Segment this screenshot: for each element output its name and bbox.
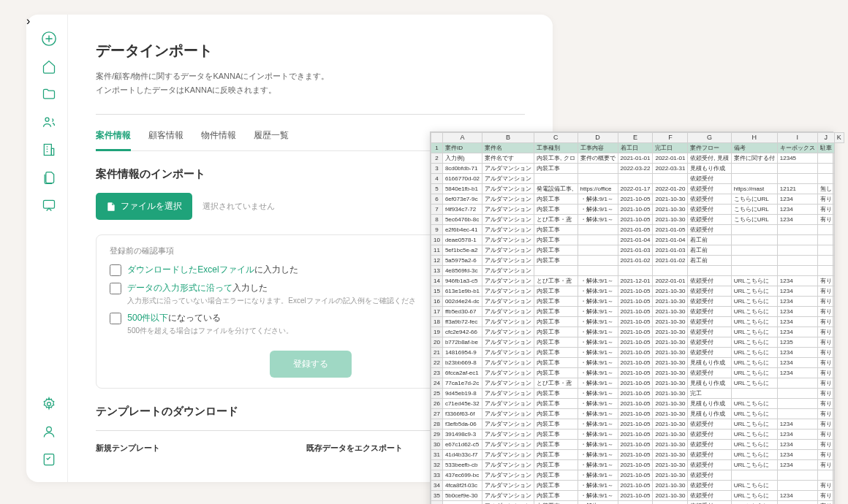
excel-cell[interactable]: 5b0cef9e-30: [442, 491, 482, 501]
tab-properties[interactable]: 物件情報: [201, 125, 236, 150]
excel-cell[interactable]: URLこちらに: [731, 429, 777, 440]
excel-cell[interactable]: deae0578-1: [442, 235, 482, 245]
excel-cell[interactable]: 2022-01-01: [653, 153, 688, 164]
excel-cell[interactable]: 4fca8f2f-03c: [442, 481, 482, 491]
excel-cell[interactable]: 2021-01-05: [653, 225, 688, 235]
excel-cell[interactable]: [731, 470, 777, 481]
excel-cell[interactable]: 5ec6476b-8c: [442, 215, 482, 225]
excel-cell[interactable]: 1234: [777, 297, 817, 307]
excel-cell[interactable]: 2021-10-30: [653, 327, 688, 337]
excel-cell[interactable]: 内装工事: [534, 337, 578, 348]
excel-cell[interactable]: 1234: [777, 440, 817, 450]
excel-cell[interactable]: [777, 235, 817, 245]
excel-cell[interactable]: 2021-01-04: [653, 235, 688, 245]
excel-cell[interactable]: [777, 378, 817, 389]
excel-cell[interactable]: 依頼受付: [688, 307, 731, 317]
excel-cell[interactable]: 41d4b33c-f7: [442, 450, 482, 460]
excel-cell[interactable]: 依頼受付: [688, 429, 731, 440]
excel-cell[interactable]: URLこちらに: [731, 419, 777, 429]
excel-cell[interactable]: 内装工事: [534, 429, 578, 440]
excel-row-18[interactable]: 18: [431, 317, 443, 327]
excel-cell[interactable]: 内装工事: [534, 460, 578, 470]
excel-row-28[interactable]: 28: [431, 419, 443, 429]
excel-cell[interactable]: 2021-10-05: [618, 215, 653, 225]
excel-cell[interactable]: URLこちらに: [731, 491, 777, 501]
excel-cell[interactable]: URLこちらに: [731, 358, 777, 368]
excel-cell[interactable]: [578, 245, 618, 256]
excel-cell[interactable]: 依頼受付: [688, 194, 731, 205]
excel-cell[interactable]: 2021-10-30: [653, 491, 688, 501]
excel-cell[interactable]: 有り: [817, 317, 834, 327]
excel-cell[interactable]: 2021-10-05: [618, 358, 653, 368]
excel-cell[interactable]: 2021-01-05: [618, 225, 653, 235]
excel-cell[interactable]: URLこちらに: [731, 501, 777, 505]
excel-cell[interactable]: [534, 266, 578, 276]
excel-header-cell[interactable]: キーボックス: [777, 143, 817, 153]
excel-cell[interactable]: [578, 164, 618, 174]
add-icon[interactable]: [41, 31, 57, 47]
excel-cell[interactable]: 入力例): [442, 153, 482, 164]
excel-col-D[interactable]: D: [578, 133, 618, 143]
excel-cell[interactable]: 2021-10-05: [618, 194, 653, 205]
excel-cell[interactable]: 有り: [817, 297, 834, 307]
excel-cell[interactable]: 内装工事: [534, 225, 578, 235]
excel-cell[interactable]: 2021-10-05: [618, 286, 653, 297]
excel-cell[interactable]: 着工前: [688, 256, 731, 266]
excel-cell[interactable]: URLこちらに: [731, 286, 777, 297]
excel-cell[interactable]: 2021-10-05: [618, 481, 653, 491]
excel-cell[interactable]: [777, 174, 817, 184]
excel-cell[interactable]: 2021-10-05: [618, 470, 653, 481]
excel-cell[interactable]: [653, 174, 688, 184]
excel-row-21[interactable]: 21: [431, 348, 443, 358]
excel-cell[interactable]: URLこちらに: [731, 348, 777, 358]
excel-cell[interactable]: 2021-10-30: [653, 205, 688, 215]
excel-cell[interactable]: cfc2e942-66: [442, 327, 482, 337]
excel-cell[interactable]: ・解体:9/1～: [578, 348, 618, 358]
tab-cases[interactable]: 案件情報: [96, 125, 131, 151]
excel-row-27[interactable]: 27: [431, 409, 443, 419]
excel-cell[interactable]: 1234: [777, 215, 817, 225]
excel-cell[interactable]: [731, 164, 777, 174]
excel-cell[interactable]: 内装工事: [534, 327, 578, 337]
excel-cell[interactable]: 2021-10-30: [653, 317, 688, 327]
excel-row-34[interactable]: 34: [431, 481, 443, 491]
excel-cell[interactable]: ・解体:9/1～: [578, 409, 618, 419]
excel-cell[interactable]: アルダマンション: [482, 348, 534, 358]
excel-cell[interactable]: [618, 266, 653, 276]
excel-cell[interactable]: 2021-01-01: [618, 153, 653, 164]
excel-cell[interactable]: 2021-10-30: [653, 215, 688, 225]
excel-cell[interactable]: 有り: [817, 440, 834, 450]
excel-cell[interactable]: 2021-10-30: [653, 409, 688, 419]
excel-cell[interactable]: [817, 174, 834, 184]
excel-cell[interactable]: アルダマンション: [482, 327, 534, 337]
excel-cell[interactable]: 内装工事: [534, 286, 578, 297]
excel-cell[interactable]: 1234: [777, 429, 817, 440]
excel-cell[interactable]: 1234: [777, 419, 817, 429]
excel-cell[interactable]: アルダマンション: [482, 164, 534, 174]
excel-cell[interactable]: アルダマンション: [482, 174, 534, 184]
excel-cell[interactable]: 2021-10-05: [618, 501, 653, 505]
excel-cell[interactable]: 2022-01-20: [653, 184, 688, 194]
excel-cell[interactable]: 1234: [777, 194, 817, 205]
excel-row-1[interactable]: 1: [431, 143, 443, 153]
excel-cell[interactable]: [688, 266, 731, 276]
excel-col-J[interactable]: J: [817, 133, 834, 143]
excel-row-31[interactable]: 31: [431, 450, 443, 460]
excel-cell[interactable]: 77ca1e7d-2c: [442, 378, 482, 389]
excel-cell[interactable]: 2021-10-30: [653, 470, 688, 481]
excel-row-23[interactable]: 23: [431, 368, 443, 378]
excel-cell[interactable]: 2021-10-30: [653, 358, 688, 368]
excel-cell[interactable]: ・解体:9/1～: [578, 307, 618, 317]
excel-cell[interactable]: 見積もり作成: [688, 399, 731, 409]
excel-cell[interactable]: 2021-10-05: [618, 440, 653, 450]
excel-cell[interactable]: 6fcca2af-ec1: [442, 368, 482, 378]
excel-cell[interactable]: 2021-10-30: [653, 297, 688, 307]
excel-cell[interactable]: 内装工事: [534, 245, 578, 256]
excel-header-cell[interactable]: 駐車: [817, 143, 834, 153]
excel-cell[interactable]: 内装工事: [534, 256, 578, 266]
excel-row-5[interactable]: 5: [431, 184, 443, 194]
excel-cell[interactable]: 1234: [777, 450, 817, 460]
excel-col-F[interactable]: F: [653, 133, 688, 143]
excel-cell[interactable]: https://office: [578, 184, 618, 194]
excel-col-C[interactable]: C: [534, 133, 578, 143]
